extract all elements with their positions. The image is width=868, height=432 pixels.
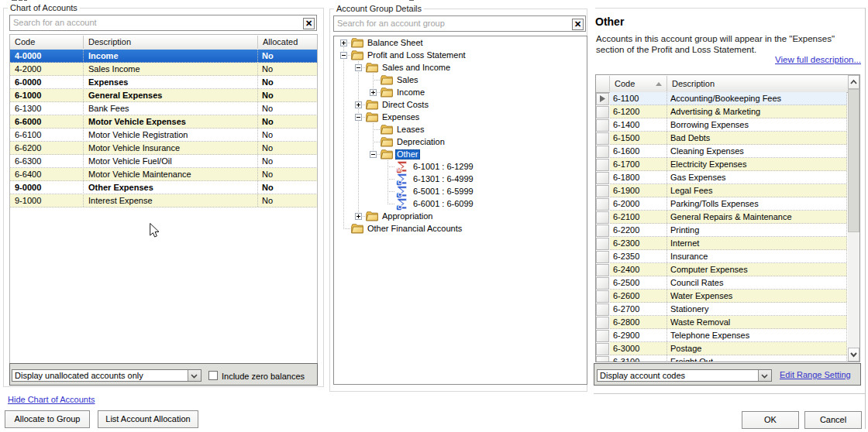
svg-text:C: C	[398, 192, 401, 197]
svg-text:C: C	[398, 180, 401, 185]
svg-text:M: M	[397, 167, 401, 173]
